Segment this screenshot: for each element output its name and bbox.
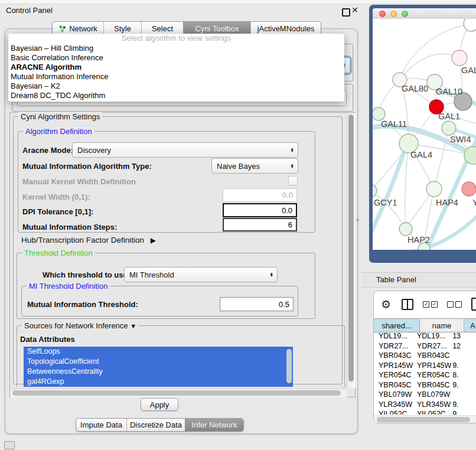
- aracne-mode-combo[interactable]: Discovery ▲▼: [72, 142, 298, 158]
- settings-vertical-scrollbar[interactable]: [347, 113, 356, 388]
- network-canvas[interactable]: GALGAL80GAL10GAL1GAL11SWI4GAL4GCY1HAP4YH…: [373, 19, 476, 250]
- tab-label: Discretize Data: [130, 420, 182, 429]
- kernel-width-input[interactable]: 0.0: [223, 188, 297, 202]
- attribute-item[interactable]: gal4RGexp: [24, 377, 293, 387]
- table-panel: ⚙ ✓ ✓ shared...nameA YDL19...YDL19...13Y…: [373, 291, 476, 423]
- table-cell: YDL19...: [413, 332, 451, 342]
- tab-style[interactable]: Style: [103, 22, 141, 35]
- attribute-item[interactable]: SelfLoops: [24, 347, 293, 357]
- close-window-icon[interactable]: [379, 11, 386, 17]
- column-header[interactable]: A: [464, 319, 476, 332]
- hub-section-toggle[interactable]: Hub/Transcription Factor Definition ▶: [21, 236, 156, 244]
- table-cell: 9.: [451, 410, 476, 415]
- dock-panel-icon[interactable]: [4, 441, 15, 449]
- network-node[interactable]: [399, 223, 412, 236]
- top-strip: [0, 0, 476, 4]
- tab-network[interactable]: Network: [53, 22, 103, 35]
- columns-icon[interactable]: [402, 299, 413, 310]
- table-cell: [451, 351, 476, 361]
- settings-horizontal-scrollbar[interactable]: [10, 389, 347, 397]
- close-panel-icon[interactable]: ✕: [351, 5, 358, 15]
- table-row[interactable]: YDL19...YDL19...13: [374, 332, 476, 342]
- table-row[interactable]: YBL079WYBL079W: [374, 390, 476, 400]
- settings-horizontal-thumb[interactable]: [12, 390, 341, 396]
- attribute-item[interactable]: TopologicalCoefficient: [24, 357, 293, 367]
- network-edge[interactable]: [405, 144, 409, 229]
- algorithm-option[interactable]: Basic Correlation Inference: [8, 53, 344, 63]
- tab-label: jActiveMNodules: [257, 24, 315, 33]
- select-all-columns-icon[interactable]: ✓ ✓: [423, 301, 438, 308]
- tab-infer-network[interactable]: Infer Network: [185, 419, 243, 431]
- bottom-tabs: Impute DataDiscretize DataInfer Network: [76, 418, 244, 432]
- table-row[interactable]: YLR345WYLR345W9.: [374, 400, 476, 410]
- algorithm-popup-list: Bayesian – Hill ClimbingBasic Correlatio…: [8, 44, 344, 100]
- chevron-updown-icon: ▲▼: [291, 148, 294, 153]
- mi-steps-input[interactable]: 6: [223, 218, 297, 231]
- settings-vertical-thumb[interactable]: [348, 115, 354, 381]
- manual-kernel-checkbox[interactable]: [288, 176, 298, 185]
- network-node[interactable]: [452, 50, 467, 66]
- mi-type-combo[interactable]: Naive Bayes ▲▼: [211, 158, 298, 174]
- network-node[interactable]: [373, 107, 385, 120]
- dpi-tolerance-input[interactable]: 0.0: [223, 203, 297, 217]
- zoom-window-icon[interactable]: [402, 11, 408, 17]
- table-header-row: shared...nameA: [374, 318, 476, 332]
- network-node[interactable]: [464, 19, 476, 31]
- tab-jactivemnodules[interactable]: jActiveMNodules: [250, 22, 321, 35]
- table-cell: 9.: [451, 381, 476, 391]
- checked-box-icon: ✓: [431, 301, 438, 308]
- table-row[interactable]: YIL052CYIL052C9.: [374, 410, 476, 415]
- gear-icon[interactable]: ⚙: [381, 298, 391, 311]
- which-threshold-combo[interactable]: MI Threshold ▲▼: [124, 267, 278, 282]
- algorithm-option[interactable]: Dream8 DC_TDC Algorithm: [8, 91, 344, 100]
- algorithm-option[interactable]: Bayesian – K2: [8, 81, 344, 91]
- network-node[interactable]: [462, 182, 476, 196]
- table-row[interactable]: YBR045CYBR045C9.: [374, 381, 476, 391]
- column-header[interactable]: name: [420, 319, 464, 332]
- network-node[interactable]: [442, 121, 456, 135]
- column-header[interactable]: shared...: [374, 319, 420, 332]
- table-cell: 9.: [451, 361, 476, 371]
- unselect-all-columns-icon[interactable]: [447, 301, 462, 308]
- algorithm-option[interactable]: Bayesian – Hill Climbing: [8, 44, 344, 53]
- mi-threshold-label: Mutual Information Threshold:: [27, 300, 138, 309]
- expanded-arrow-icon[interactable]: ▼: [130, 322, 136, 330]
- algorithm-option[interactable]: ARACNE Algorithm: [8, 63, 344, 72]
- tab-select[interactable]: Select: [141, 22, 183, 35]
- table-cell: 13: [451, 332, 476, 342]
- table-horizontal-thumb[interactable]: [377, 417, 470, 422]
- panel-divider-handle[interactable]: ▸: [357, 217, 360, 223]
- float-panel-icon[interactable]: [342, 8, 350, 17]
- attribute-list-scrollbar[interactable]: [286, 349, 292, 383]
- new-table-icon[interactable]: [471, 298, 476, 311]
- attribute-item[interactable]: BetweennessCentrality: [24, 367, 293, 377]
- node-label: GAL11: [381, 119, 407, 129]
- tab-discretize-data[interactable]: Discretize Data: [126, 419, 185, 431]
- node-label: Y: [472, 198, 476, 207]
- table-horizontal-scrollbar[interactable]: [374, 415, 476, 423]
- which-threshold-value: MI Threshold: [129, 270, 174, 279]
- checked-box-icon: ✓: [423, 301, 429, 308]
- apply-button[interactable]: Apply: [141, 398, 178, 411]
- network-graph: GALGAL80GAL10GAL1GAL11SWI4GAL4GCY1HAP4YH…: [373, 19, 476, 250]
- network-window-titlebar[interactable]: [373, 8, 476, 19]
- minimize-window-icon[interactable]: [390, 11, 397, 17]
- table-row[interactable]: YER054CYER054C8.: [374, 371, 476, 381]
- aracne-mode-label: Aracne Mode:: [22, 146, 73, 155]
- table-cell: YER054C: [413, 371, 451, 381]
- tab-cyni-toolbox[interactable]: Cyni Toolbox: [183, 22, 250, 35]
- kernel-width-label: Kernel Width (0,1):: [22, 193, 90, 201]
- tab-impute-data[interactable]: Impute Data: [76, 419, 126, 431]
- mi-threshold-input[interactable]: 0.5: [220, 297, 294, 311]
- algorithm-popup: Select algorithm to view settings Bayesi…: [8, 34, 344, 102]
- table-cell: YBL079W: [413, 390, 451, 400]
- table-row[interactable]: YBR043CYBR043C: [374, 351, 476, 361]
- table-cell: YLR345W: [413, 400, 451, 410]
- table-cell: YBR043C: [413, 351, 451, 361]
- network-node[interactable]: [426, 181, 442, 197]
- data-attributes-list[interactable]: SelfLoopsTopologicalCoefficientBetweenne…: [24, 347, 293, 387]
- table-row[interactable]: YPR145WYPR145W9.: [374, 361, 476, 371]
- table-row[interactable]: YDR27...YDR27...12: [374, 342, 476, 352]
- unchecked-box-icon: [455, 301, 462, 308]
- algorithm-option[interactable]: Mutual Information Inference: [8, 72, 344, 81]
